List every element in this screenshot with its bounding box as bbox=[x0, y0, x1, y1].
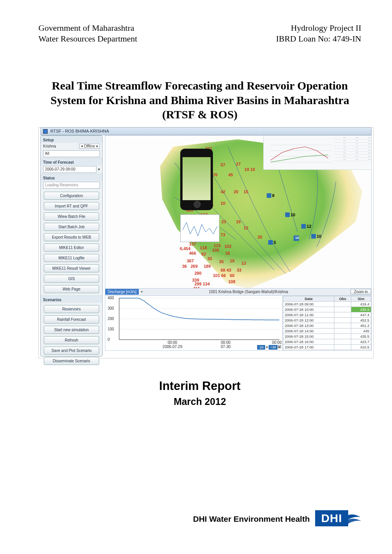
map-marker: 105 bbox=[212, 248, 219, 252]
table-row[interactable]: 2006-07-28 16:00423.7 bbox=[283, 339, 371, 344]
footer-text: DHI Water Environment Health bbox=[193, 514, 310, 524]
table-row[interactable]: 2006-07-28 14:00445 bbox=[283, 328, 371, 333]
scenario-button[interactable]: Start new simulation bbox=[44, 326, 99, 334]
table-row[interactable]: 2006-07-28 10:00435.9 bbox=[283, 307, 371, 312]
map-marker: 18 bbox=[225, 251, 230, 255]
swoosh-icon bbox=[342, 513, 361, 526]
map-marker: 102 bbox=[224, 244, 231, 249]
panel-button[interactable]: MIKE11 Result Viewer bbox=[44, 264, 99, 272]
document-title: Real Time Streamflow Forecasting and Res… bbox=[38, 78, 361, 122]
map-marker: 76 bbox=[213, 173, 218, 177]
map-marker: 92 bbox=[208, 256, 212, 261]
scenario-button[interactable]: Save and Plot Scenario bbox=[44, 347, 99, 355]
app-screenshot: RTSF - ROS BHIMA-KRISHNA Setup Krishna ▾… bbox=[38, 127, 374, 358]
tof-value[interactable]: 2006-07-29 09:00 bbox=[43, 166, 96, 173]
chevron-down-icon[interactable]: ▾ bbox=[141, 290, 143, 294]
map-marker: 42 bbox=[221, 189, 225, 194]
header-right-2: IBRD Loan No: 4749-IN bbox=[276, 34, 361, 44]
chevron-down-icon: ▾ bbox=[81, 144, 83, 148]
scenario-button[interactable]: Disseminate Scenario bbox=[44, 357, 99, 365]
report-date: March 2012 bbox=[38, 396, 361, 407]
map-marker: 68 43 bbox=[221, 268, 231, 272]
col-sim: Sim bbox=[351, 296, 371, 301]
map-marker: 57 bbox=[221, 163, 225, 167]
discharge-chart[interactable]: 0100200300400 00:002006-07-2900:0007-300… bbox=[105, 296, 282, 350]
phone-home-icon bbox=[194, 201, 201, 208]
map-node-icon bbox=[311, 234, 316, 239]
col-date: Date bbox=[283, 296, 334, 301]
nav-back-button[interactable]: -24 bbox=[257, 345, 265, 350]
col-obs: Obs bbox=[334, 296, 351, 301]
all-field[interactable]: All bbox=[43, 150, 100, 157]
panel-button[interactable]: GIS bbox=[44, 275, 99, 283]
map-marker: 19 bbox=[236, 219, 241, 224]
overview-chart: ——— ——— ——— ——— ——— ——— ——— ——— bbox=[263, 136, 371, 170]
map-marker: 36 bbox=[182, 264, 187, 269]
setup-label: Setup bbox=[41, 136, 102, 143]
chevron-down-icon[interactable]: ▾ bbox=[278, 345, 280, 350]
y-tick: 400 bbox=[108, 296, 114, 300]
map-marker: 20 bbox=[257, 235, 262, 239]
map-marker: 10 bbox=[317, 234, 321, 239]
zoom-in-button[interactable]: Zoom in bbox=[350, 289, 371, 295]
map-node-icon bbox=[301, 224, 306, 229]
map-marker: 19 bbox=[230, 259, 234, 263]
data-table[interactable]: Date Obs Sim 2006-07-28 09:00419.42006-0… bbox=[282, 296, 371, 350]
table-row[interactable]: 2006-07-28 17:00410.5 bbox=[283, 344, 371, 350]
series-selector[interactable]: Discharge [m3/s] bbox=[105, 289, 139, 295]
site-label: 1001 Krishna Bridge (Sangam Mahuli)/Kris… bbox=[146, 290, 350, 294]
map-marker: 108 bbox=[228, 279, 235, 284]
map-marker: 8 bbox=[272, 193, 274, 198]
table-row[interactable]: 2006-07-28 09:00419.4 bbox=[283, 301, 371, 307]
chevron-down-icon: ▾ bbox=[96, 144, 98, 148]
scenario-button[interactable]: Refresh bbox=[44, 336, 99, 344]
y-tick: 300 bbox=[108, 306, 114, 310]
panel-button[interactable]: Export Results to WEB bbox=[44, 233, 99, 241]
chevron-down-icon[interactable]: ▾ bbox=[266, 345, 268, 350]
map-node-icon bbox=[267, 193, 271, 198]
window-title: RTSF - ROS BHIMA-KRISHNA bbox=[50, 129, 109, 133]
table-row[interactable]: 2006-07-28 15:00435.5 bbox=[283, 333, 371, 339]
dhi-logo: DHI bbox=[315, 510, 361, 528]
header-left-2: Water Resources Department bbox=[38, 34, 137, 44]
map-node-icon bbox=[285, 212, 290, 217]
x-tick: 00:002006-07-29 bbox=[161, 340, 184, 349]
map-marker: 33 bbox=[237, 268, 241, 272]
panel-button[interactable]: Wiew Batch File bbox=[44, 212, 99, 221]
nav-fwd-button[interactable]: +48 bbox=[269, 345, 277, 350]
panel-button[interactable]: MIKE11 Editor bbox=[44, 244, 99, 252]
panel-button[interactable]: Start Batch Job bbox=[44, 223, 99, 231]
x-tick: 00:0007-30 bbox=[214, 340, 237, 349]
scenario-button[interactable]: Rainfall Forecast bbox=[44, 315, 99, 323]
panel-button[interactable]: MIKE11 Logfile bbox=[44, 254, 99, 262]
map-marker: 35 bbox=[219, 259, 224, 264]
table-row[interactable]: 2006-07-28 11:00447.4 bbox=[283, 312, 371, 317]
map-marker: 62 bbox=[201, 252, 206, 256]
chevron-down-icon[interactable]: ▾ bbox=[98, 167, 100, 171]
status-value: Loading Reservoirs bbox=[43, 182, 100, 189]
map-marker: 118 bbox=[200, 245, 207, 250]
map-marker: 10 bbox=[291, 212, 295, 217]
panel-button[interactable]: Import RT and QPF bbox=[44, 202, 99, 210]
table-row[interactable]: 2006-07-28 12:00452.5 bbox=[283, 317, 371, 323]
map-marker: 13 bbox=[241, 261, 246, 265]
map-marker: 5 bbox=[274, 240, 276, 245]
y-tick: 100 bbox=[108, 327, 114, 331]
mini-chart bbox=[180, 214, 219, 242]
y-tick: 0 bbox=[108, 337, 110, 342]
map-marker: 45 bbox=[228, 173, 233, 177]
mode-dropdown[interactable]: ▾ Offline ▾ bbox=[79, 144, 100, 149]
map-marker: 23 bbox=[221, 219, 226, 224]
map-marker: 466 bbox=[189, 251, 196, 255]
map-marker: 10 bbox=[295, 236, 299, 240]
report-title: Interim Report bbox=[38, 379, 361, 393]
map-node-icon bbox=[268, 240, 273, 245]
map-marker: 299 134 bbox=[194, 282, 210, 286]
scenario-button[interactable]: Reservoirs bbox=[44, 305, 99, 313]
map-marker: 19 10 bbox=[244, 167, 255, 172]
table-row[interactable]: 2006-07-28 13:00451.2 bbox=[283, 323, 371, 328]
panel-button[interactable]: Web Page bbox=[44, 285, 99, 293]
header-left-1: Government of Maharashtra bbox=[38, 23, 134, 33]
table-row[interactable]: 2006-07-28 18:00397.1 bbox=[283, 350, 371, 350]
panel-button[interactable]: Configuration bbox=[44, 192, 99, 200]
